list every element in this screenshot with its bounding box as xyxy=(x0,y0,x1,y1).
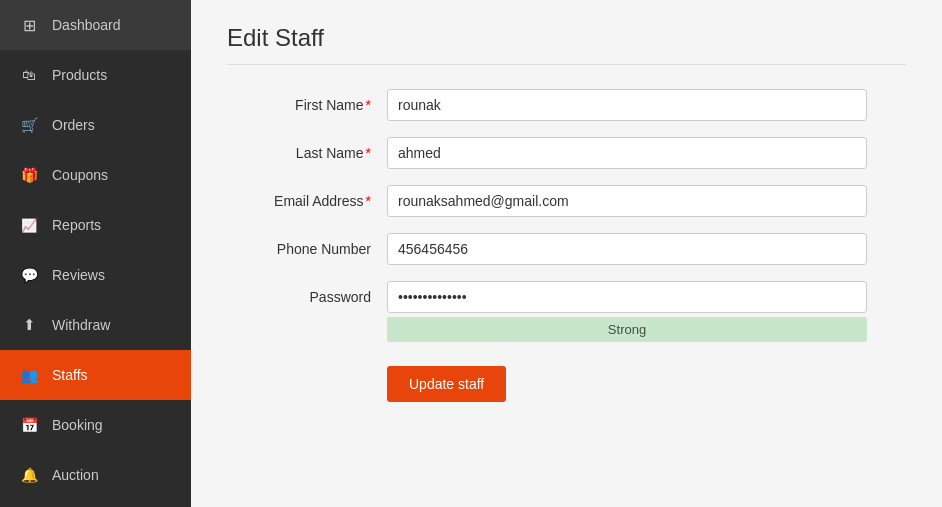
withdraw-icon xyxy=(18,314,40,336)
sidebar-label-dashboard: Dashboard xyxy=(52,17,121,33)
sidebar-item-reviews[interactable]: Reviews xyxy=(0,250,191,300)
password-row: Password Strong xyxy=(227,281,867,342)
sidebar-item-products[interactable]: Products xyxy=(0,50,191,100)
sidebar-label-coupons: Coupons xyxy=(52,167,108,183)
password-label: Password xyxy=(227,281,387,305)
required-star-3: * xyxy=(366,193,371,209)
booking-icon xyxy=(18,414,40,436)
last-name-input-wrapper xyxy=(387,137,867,169)
sidebar-label-orders: Orders xyxy=(52,117,95,133)
sidebar-label-reports: Reports xyxy=(52,217,101,233)
reports-icon xyxy=(18,214,40,236)
sidebar-item-booking[interactable]: Booking xyxy=(0,400,191,450)
password-input[interactable] xyxy=(387,281,867,313)
email-label: Email Address* xyxy=(227,185,387,209)
products-icon xyxy=(18,64,40,86)
submit-row: Update staff xyxy=(227,358,867,402)
password-strength-indicator: Strong xyxy=(387,317,867,342)
sidebar-item-orders[interactable]: Orders xyxy=(0,100,191,150)
sidebar-label-products: Products xyxy=(52,67,107,83)
sidebar-item-reports[interactable]: Reports xyxy=(0,200,191,250)
staffs-icon xyxy=(18,364,40,386)
auction-icon xyxy=(18,464,40,486)
email-row: Email Address* xyxy=(227,185,867,217)
sidebar-item-staffs[interactable]: Staffs xyxy=(0,350,191,400)
phone-input-wrapper xyxy=(387,233,867,265)
last-name-input[interactable] xyxy=(387,137,867,169)
sidebar-item-auction[interactable]: Auction xyxy=(0,450,191,500)
last-name-label: Last Name* xyxy=(227,137,387,161)
sidebar-label-booking: Booking xyxy=(52,417,103,433)
sidebar: Dashboard Products Orders Coupons Report… xyxy=(0,0,191,507)
reviews-icon xyxy=(18,264,40,286)
page-title: Edit Staff xyxy=(227,24,906,65)
sidebar-item-coupons[interactable]: Coupons xyxy=(0,150,191,200)
first-name-row: First Name* xyxy=(227,89,867,121)
coupons-icon xyxy=(18,164,40,186)
phone-input[interactable] xyxy=(387,233,867,265)
required-star-2: * xyxy=(366,145,371,161)
first-name-input-wrapper xyxy=(387,89,867,121)
sidebar-label-staffs: Staffs xyxy=(52,367,88,383)
phone-label: Phone Number xyxy=(227,233,387,257)
required-star: * xyxy=(366,97,371,113)
first-name-label: First Name* xyxy=(227,89,387,113)
phone-row: Phone Number xyxy=(227,233,867,265)
edit-staff-form: First Name* Last Name* Email Address* xyxy=(227,89,867,402)
email-input-wrapper xyxy=(387,185,867,217)
main-content: Edit Staff First Name* Last Name* Email … xyxy=(191,0,942,507)
dashboard-icon xyxy=(18,14,40,36)
sidebar-item-support[interactable]: Support xyxy=(0,500,191,507)
sidebar-label-auction: Auction xyxy=(52,467,99,483)
last-name-row: Last Name* xyxy=(227,137,867,169)
sidebar-item-withdraw[interactable]: Withdraw xyxy=(0,300,191,350)
first-name-input[interactable] xyxy=(387,89,867,121)
orders-icon xyxy=(18,114,40,136)
sidebar-label-withdraw: Withdraw xyxy=(52,317,110,333)
password-input-wrapper: Strong xyxy=(387,281,867,342)
email-input[interactable] xyxy=(387,185,867,217)
update-staff-button[interactable]: Update staff xyxy=(387,366,506,402)
sidebar-label-reviews: Reviews xyxy=(52,267,105,283)
sidebar-item-dashboard[interactable]: Dashboard xyxy=(0,0,191,50)
